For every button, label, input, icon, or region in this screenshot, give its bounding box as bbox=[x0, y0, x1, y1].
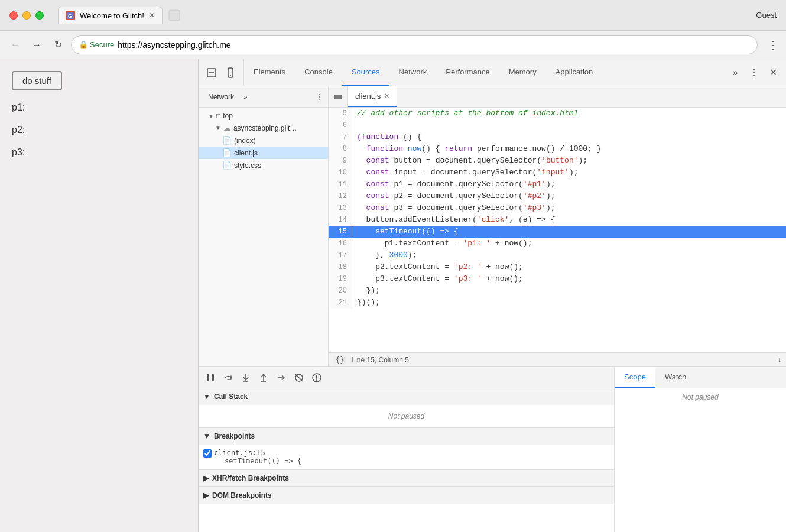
minimize-button[interactable] bbox=[22, 11, 31, 20]
browser-tab[interactable]: G Welcome to Glitch! ✕ bbox=[58, 7, 163, 24]
guest-label: Guest bbox=[756, 11, 777, 20]
scope-tab[interactable]: Scope bbox=[615, 367, 655, 388]
breakpoint-code: setTimeout(() => { bbox=[214, 457, 301, 465]
traffic-lights bbox=[9, 11, 44, 20]
xhr-arrow-icon: ▶ bbox=[203, 474, 209, 482]
pause-button[interactable] bbox=[203, 371, 217, 385]
browser-menu-button[interactable]: ⋮ bbox=[767, 38, 779, 52]
tab-memory[interactable]: Memory bbox=[499, 59, 546, 86]
status-arrow-icon[interactable]: ↓ bbox=[778, 356, 781, 364]
svg-text:G: G bbox=[68, 13, 72, 19]
domain-label: asyncstepping.glit… bbox=[233, 124, 297, 132]
more-tabs-icon[interactable]: » bbox=[727, 64, 743, 81]
code-editor: client.js ✕ 5 // add other scripts at th… bbox=[329, 86, 786, 366]
code-line: 16 p1.textContent = 'p1: ' + now(); bbox=[329, 238, 786, 249]
devtools-body: Network » ⋮ ▼ □ top bbox=[199, 86, 786, 532]
code-line: 19 p3.textContent = 'p3: ' + now(); bbox=[329, 273, 786, 285]
devtools-close-icon[interactable]: ✕ bbox=[765, 64, 781, 81]
folder-domain[interactable]: ▼ ☁ asyncstepping.glit… bbox=[199, 122, 328, 134]
p1-label: p1: bbox=[12, 102, 186, 113]
step-out-button[interactable] bbox=[256, 371, 271, 385]
p2-label: p2: bbox=[12, 125, 186, 135]
code-line: 7 (function () { bbox=[329, 131, 786, 143]
code-line: 18 p2.textContent = 'p2: ' + now(); bbox=[329, 261, 786, 273]
breakpoints-header[interactable]: ▼ Breakpoints bbox=[199, 428, 614, 445]
file-clientjs[interactable]: 📄 client.js bbox=[199, 147, 328, 159]
step-over-button[interactable] bbox=[221, 371, 235, 385]
folder-top[interactable]: ▼ □ top bbox=[199, 110, 328, 122]
step-button[interactable] bbox=[274, 371, 288, 385]
tab-elements[interactable]: Elements bbox=[244, 59, 295, 86]
xhr-breakpoints-header[interactable]: ▶ XHR/fetch Breakpoints bbox=[199, 470, 614, 486]
devtools-settings-icon[interactable]: ⋮ bbox=[746, 64, 762, 81]
more-tabs-button[interactable]: » bbox=[243, 93, 248, 101]
svg-point-21 bbox=[316, 379, 317, 381]
secure-badge: 🔒 Secure bbox=[79, 40, 114, 49]
tab-performance[interactable]: Performance bbox=[436, 59, 499, 86]
step-into-button[interactable] bbox=[239, 371, 253, 385]
dom-breakpoints-label: DOM Breakpoints bbox=[212, 491, 272, 499]
scope-not-paused-label: Not paused bbox=[682, 393, 718, 401]
do-stuff-button[interactable]: do stuff bbox=[12, 71, 62, 90]
arrow-down-icon: ▼ bbox=[208, 113, 214, 119]
code-line: 10 const input = document.querySelector(… bbox=[329, 167, 786, 179]
svg-rect-3 bbox=[207, 69, 216, 77]
call-stack-header[interactable]: ▼ Call Stack bbox=[199, 388, 614, 405]
breakpoints-label: Breakpoints bbox=[214, 432, 255, 440]
html-file-icon: 📄 bbox=[222, 136, 232, 145]
scope-body: Not paused bbox=[615, 388, 786, 532]
ft-action-dots[interactable]: ⋮ bbox=[315, 92, 323, 102]
watch-tab[interactable]: Watch bbox=[655, 367, 696, 388]
arrow-down-icon-2: ▼ bbox=[215, 125, 221, 131]
editor-tab-clientjs[interactable]: client.js ✕ bbox=[348, 86, 397, 107]
ft-actions: ⋮ bbox=[315, 92, 323, 102]
code-line-15-highlighted[interactable]: 15 setTimeout(() => { bbox=[329, 226, 786, 238]
tab-sources[interactable]: Sources bbox=[342, 59, 389, 86]
code-line: 11 const p1 = document.querySelector('#p… bbox=[329, 179, 786, 190]
code-line: 17 }, 3000); bbox=[329, 249, 786, 261]
devtools-icons bbox=[199, 59, 244, 86]
cloud-icon: ☁ bbox=[223, 124, 231, 132]
debug-toolbar bbox=[199, 367, 614, 388]
code-line: 6 bbox=[329, 119, 786, 131]
tab-close-button[interactable]: ✕ bbox=[149, 11, 155, 20]
code-line: 20 }); bbox=[329, 285, 786, 297]
file-stylecss[interactable]: 📄 style.css bbox=[199, 159, 328, 171]
file-tree: Network » ⋮ ▼ □ top bbox=[199, 86, 329, 366]
scope-tabs: Scope Watch bbox=[615, 367, 786, 388]
code-line: 21 })(); bbox=[329, 297, 786, 309]
editor-tab-close-icon[interactable]: ✕ bbox=[384, 92, 389, 100]
new-tab-button[interactable] bbox=[165, 6, 184, 25]
tab-title: Welcome to Glitch! bbox=[80, 11, 144, 20]
status-bar: {} Line 15, Column 5 ↓ bbox=[329, 352, 786, 366]
close-button[interactable] bbox=[9, 11, 18, 20]
code-line: 9 const button = document.querySelector(… bbox=[329, 155, 786, 167]
format-button[interactable]: {} bbox=[333, 355, 346, 365]
tab-application[interactable]: Application bbox=[546, 59, 603, 86]
editor-tabs: client.js ✕ bbox=[329, 86, 786, 108]
call-stack-section: ▼ Call Stack Not paused bbox=[199, 388, 614, 428]
file-index[interactable]: 📄 (index) bbox=[199, 134, 328, 147]
js-file-icon: 📄 bbox=[222, 148, 232, 157]
dom-breakpoints-header[interactable]: ▶ DOM Breakpoints bbox=[199, 487, 614, 504]
file-stylecss-label: style.css bbox=[234, 161, 261, 170]
tab-bar: G Welcome to Glitch! ✕ bbox=[58, 6, 751, 25]
reload-button[interactable]: ↻ bbox=[50, 37, 66, 53]
file-list: ▼ □ top ▼ ☁ asyncstepping.glit… 📄 bbox=[199, 108, 328, 174]
network-tab[interactable]: Network bbox=[203, 90, 239, 103]
maximize-button[interactable] bbox=[35, 11, 44, 20]
editor-toggle-button[interactable] bbox=[329, 86, 348, 107]
url-bar[interactable]: 🔒 Secure https://asyncstepping.glitch.me bbox=[71, 35, 758, 54]
inspect-element-icon[interactable] bbox=[203, 64, 220, 81]
forward-button[interactable]: → bbox=[28, 37, 45, 53]
breakpoint-checkbox[interactable] bbox=[203, 449, 212, 458]
tab-network[interactable]: Network bbox=[389, 59, 437, 86]
mobile-icon[interactable] bbox=[222, 64, 239, 81]
back-button[interactable]: ← bbox=[7, 37, 24, 53]
code-area[interactable]: 5 // add other scripts at the bottom of … bbox=[329, 108, 786, 352]
xhr-breakpoints-section: ▶ XHR/fetch Breakpoints bbox=[199, 470, 614, 487]
tab-console[interactable]: Console bbox=[295, 59, 342, 86]
deactivate-breakpoints-button[interactable] bbox=[292, 371, 306, 385]
file-clientjs-label: client.js bbox=[234, 149, 258, 157]
pause-on-exceptions-button[interactable] bbox=[310, 371, 324, 385]
